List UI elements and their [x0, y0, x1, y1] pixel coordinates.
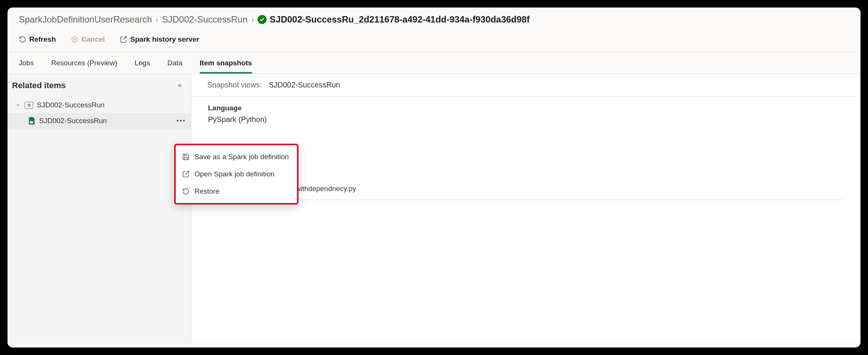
main-panel: Snapshot views: SJD002-SuccessRun Langua…: [191, 74, 860, 343]
sidebar-title: Related items: [12, 81, 66, 90]
tree-item-child[interactable]: SJD002-SuccessRun •••: [8, 113, 191, 129]
open-external-icon: [182, 170, 190, 178]
menu-item-restore[interactable]: Restore: [176, 183, 297, 200]
breadcrumb: SparkJobDefinitionUserResearch › SJD002-…: [8, 8, 860, 29]
tab-logs[interactable]: Logs: [134, 52, 150, 74]
menu-save-as-label: Save as a Spark job definition: [194, 153, 289, 161]
spark-history-button[interactable]: Spark history server: [120, 35, 199, 44]
context-menu: Save as a Spark job definition Open Spar…: [174, 144, 298, 205]
breadcrumb-item-current: SJD002-SuccessRu_2d211678-a492-41dd-934a…: [258, 14, 529, 25]
external-link-icon: [120, 36, 127, 43]
snapshot-name: SJD002-SuccessRun: [269, 81, 340, 89]
refresh-label: Refresh: [29, 35, 56, 44]
breadcrumb-separator: ›: [252, 15, 254, 24]
definition-box-icon: ✲: [25, 102, 33, 109]
svg-line-5: [185, 171, 188, 174]
sidebar-header: Related items: [8, 74, 191, 97]
breadcrumb-separator: ›: [156, 15, 158, 24]
refresh-icon: [19, 36, 26, 43]
tree-item-parent[interactable]: ✲ SJD002-SuccessRun: [8, 97, 191, 113]
tabs: Jobs Resources (Preview) Logs Data Item …: [8, 52, 860, 74]
tab-resources[interactable]: Resources (Preview): [51, 52, 117, 74]
menu-open-label: Open Spark job definition: [194, 170, 274, 178]
tab-jobs[interactable]: Jobs: [19, 52, 34, 74]
tab-data[interactable]: Data: [167, 52, 182, 74]
refresh-button[interactable]: Refresh: [19, 35, 56, 44]
breadcrumb-current-text: SJD002-SuccessRu_2d211678-a492-41dd-934a…: [270, 14, 529, 25]
spark-history-label: Spark history server: [130, 35, 199, 44]
main-definition-label: Main definition file: [208, 173, 844, 181]
breadcrumb-item-root[interactable]: SparkJobDefinitionUserResearch: [19, 14, 152, 25]
success-status-icon: [258, 15, 267, 24]
main-definition-file-row: createTablefromCSVwithdependnecy.py: [208, 185, 844, 200]
tab-item-snapshots[interactable]: Item snapshots: [200, 52, 252, 74]
svg-line-3: [123, 37, 126, 40]
snapshot-views-label: Snapshot views:: [207, 81, 262, 89]
restore-icon: [182, 187, 190, 196]
menu-item-save-as[interactable]: Save as a Spark job definition: [176, 148, 297, 165]
cancel-button: Cancel: [71, 35, 105, 44]
tree-parent-label: SJD002-SuccessRun: [37, 101, 105, 109]
content-area: Related items ✲ SJD002-SuccessRun SJD002…: [8, 74, 860, 343]
collapse-sidebar-button[interactable]: [177, 83, 183, 89]
language-section: Language PySpark (Python): [191, 96, 860, 124]
save-icon: [182, 153, 190, 161]
chevron-down-icon: [16, 103, 21, 107]
cancel-icon: [71, 36, 78, 43]
cancel-label: Cancel: [81, 35, 105, 44]
spark-file-icon: [28, 117, 35, 125]
snapshot-header: Snapshot views: SJD002-SuccessRun: [191, 74, 860, 96]
toolbar: Refresh Cancel Spark history server: [8, 29, 860, 52]
tree-child-group: SJD002-SuccessRun: [28, 117, 107, 125]
menu-restore-label: Restore: [194, 187, 220, 196]
language-value: PySpark (Python): [208, 115, 844, 124]
breadcrumb-item-parent[interactable]: SJD002-SuccessRun: [162, 14, 248, 25]
language-label: Language: [208, 104, 844, 112]
svg-rect-4: [30, 121, 33, 123]
sidebar: Related items ✲ SJD002-SuccessRun SJD002…: [8, 74, 191, 343]
menu-item-open[interactable]: Open Spark job definition: [176, 165, 297, 183]
more-options-button[interactable]: •••: [176, 117, 186, 125]
tree-child-label: SJD002-SuccessRun: [39, 117, 107, 125]
app-window: SparkJobDefinitionUserResearch › SJD002-…: [8, 8, 860, 347]
